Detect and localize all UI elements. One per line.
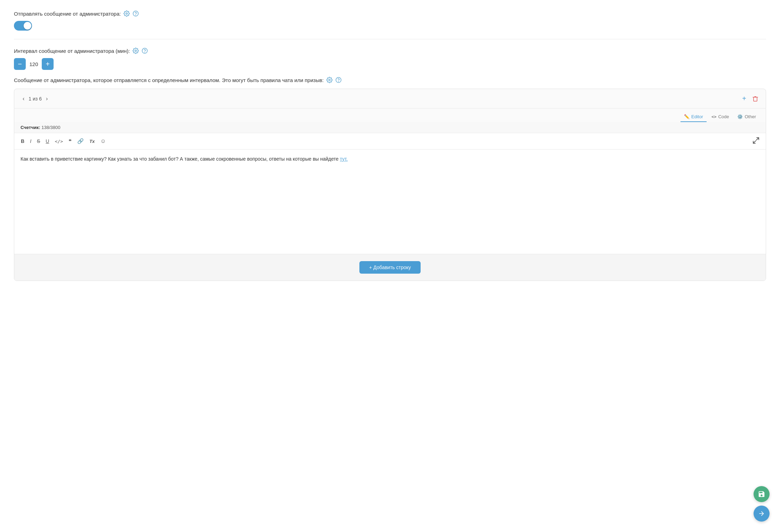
editor-content[interactable]: Как вставить в приветствие картинку? Как… [14,150,766,254]
card-header: ‹ 1 из 6 › + [14,89,766,108]
floating-buttons [754,486,770,522]
strikethrough-button[interactable]: S [34,137,42,145]
bold-button[interactable]: B [18,137,27,145]
interval-value: 120 [29,61,39,67]
counter-label: Счетчик: [21,125,40,130]
help-icon-toggle[interactable] [133,10,139,17]
save-floating-button[interactable] [754,486,770,502]
send-floating-button[interactable] [754,506,770,522]
code-tab-icon: <> [711,114,716,119]
tab-editor[interactable]: ✏️ Editor [680,112,707,122]
underline-button[interactable]: U [43,137,51,145]
interval-stepper: − 120 + [14,58,766,70]
add-item-button[interactable]: + [741,94,748,103]
tab-other[interactable]: ⚙️ Other [734,112,759,122]
toolbar-buttons: B I S U </> ❝ 🔗 Tx ☺ [18,137,108,146]
italic-button[interactable]: I [27,137,34,145]
svg-line-10 [753,141,756,143]
editor-toolbar: B I S U </> ❝ 🔗 Tx ☺ [14,133,766,150]
editor-tab-label: Editor [691,114,703,119]
add-row-section: + Добавить строку [14,254,766,281]
editor-text: Как вставить в приветствие картинку? Как… [21,156,340,162]
svg-point-6 [329,79,331,81]
message-label-text: Сообщение от администратора, которое отп… [14,77,324,83]
editor-tab-icon: ✏️ [684,114,690,119]
other-tab-icon: ⚙️ [737,114,743,119]
label-text: Отправлять сообщение от администратора: [14,11,121,17]
clear-format-button[interactable]: Tx [87,137,97,145]
add-row-button[interactable]: + Добавить строку [359,261,421,274]
message-label: Сообщение от администратора, которое отп… [14,77,766,83]
gear-icon-message[interactable] [326,77,333,83]
svg-line-9 [756,138,759,140]
send-from-admin-label: Отправлять сообщение от администратора: [14,10,766,17]
tab-code[interactable]: <> Code [708,112,733,122]
next-page-button[interactable]: › [44,95,50,103]
increment-button[interactable]: + [42,58,54,70]
emoji-button[interactable]: ☺ [98,137,108,146]
interval-label: Интервал сообщение от администратора (ми… [14,48,766,54]
divider-1 [14,39,766,39]
send-from-admin-section: Отправлять сообщение от администратора: [14,10,766,31]
help-icon-message[interactable] [335,77,342,83]
interval-section: Интервал сообщение от администратора (ми… [14,48,766,70]
message-section: Сообщение от администратора, которое отп… [14,77,766,281]
gear-icon-toggle[interactable] [124,10,130,17]
pagination: ‹ 1 из 6 › [21,95,50,103]
message-card: ‹ 1 из 6 › + ✏️ Editor [14,89,766,281]
toggle-wrapper [14,21,766,31]
svg-point-3 [135,50,137,52]
interval-label-text: Интервал сообщение от администратора (ми… [14,48,130,54]
gear-icon-interval[interactable] [133,48,139,54]
counter-row: Счетчик: 138/3800 [14,122,766,133]
decrement-button[interactable]: − [14,58,26,70]
link-button[interactable]: 🔗 [75,137,86,146]
quote-button[interactable]: ❝ [66,137,74,146]
counter-value: 138/3800 [41,125,60,130]
card-actions: + [741,94,759,103]
send-admin-toggle[interactable] [14,21,32,31]
editor-link[interactable]: тут. [340,156,348,162]
code-tab-label: Code [718,114,729,119]
inline-code-button[interactable]: </> [52,137,65,145]
svg-point-0 [126,13,128,15]
prev-page-button[interactable]: ‹ [21,95,26,103]
other-tab-label: Other [745,114,756,119]
editor-tabs: ✏️ Editor <> Code ⚙️ Other [14,108,766,122]
fullscreen-button[interactable] [750,136,762,146]
help-icon-interval[interactable] [142,48,148,54]
pagination-display: 1 из 6 [29,96,42,102]
delete-item-button[interactable] [751,95,759,103]
